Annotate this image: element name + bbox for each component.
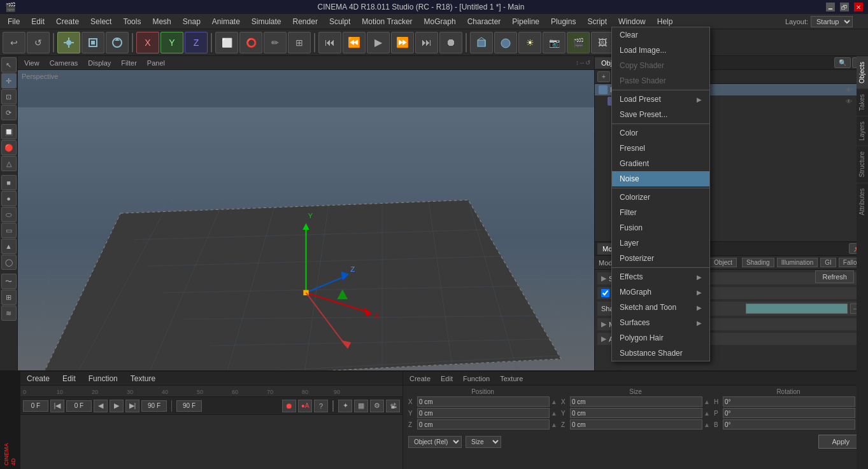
- left-mograph-btn[interactable]: ⊞: [1, 290, 17, 305]
- view-menu[interactable]: View: [22, 58, 42, 68]
- move-tool-button[interactable]: [57, 32, 80, 53]
- left-sphere-btn[interactable]: ●: [1, 191, 17, 206]
- left-cube-btn[interactable]: ■: [1, 175, 17, 190]
- menu-plugins[interactable]: Plugins: [546, 16, 581, 27]
- ctx-substance-shader[interactable]: Substance Shader: [612, 346, 709, 361]
- rot-h-input[interactable]: [723, 396, 855, 407]
- camera-button[interactable]: 📷: [543, 32, 566, 53]
- left-select-btn[interactable]: ↖: [1, 57, 17, 73]
- menu-create[interactable]: Create: [51, 16, 84, 27]
- menu-animate[interactable]: Animate: [207, 16, 245, 27]
- ctx-posterizer[interactable]: Posterizer: [612, 251, 709, 266]
- rotate-tool-button[interactable]: [106, 32, 129, 53]
- objects-new-btn[interactable]: +: [597, 71, 610, 82]
- left-cone-btn[interactable]: ▲: [1, 239, 17, 254]
- attr-gi-btn[interactable]: GI: [820, 258, 836, 267]
- menu-pipeline[interactable]: Pipeline: [507, 16, 544, 27]
- size-y-up-icon[interactable]: ▲: [704, 410, 710, 417]
- frame-end-input[interactable]: [141, 400, 167, 412]
- step-back-button[interactable]: ⏪: [343, 32, 366, 53]
- scale-tool-button[interactable]: [82, 32, 104, 53]
- ctx-noise[interactable]: Noise: [612, 171, 709, 186]
- obj-search-btn[interactable]: 🔍: [834, 57, 851, 68]
- left-cylinder-btn[interactable]: ⬭: [1, 207, 17, 222]
- left-scale-btn[interactable]: ⊡: [1, 89, 17, 104]
- tf-menu-texture[interactable]: Texture: [497, 374, 525, 384]
- coord-system-select[interactable]: Object (Rel) World: [408, 436, 462, 448]
- vert-tab-objects[interactable]: Objects: [857, 56, 868, 88]
- restore-button[interactable]: 🗗: [840, 3, 849, 11]
- vert-tab-layers[interactable]: Layers: [857, 116, 868, 146]
- frame-current-input[interactable]: [66, 400, 92, 412]
- menu-script[interactable]: Script: [582, 16, 612, 27]
- tl-menu-edit[interactable]: Edit: [59, 373, 80, 384]
- light-button[interactable]: ☀: [518, 32, 541, 53]
- select-rect-button[interactable]: ⬜: [215, 32, 238, 53]
- ctx-load-image[interactable]: Load Image...: [612, 43, 709, 58]
- ctx-filter[interactable]: Filter: [612, 205, 709, 220]
- play-end-button[interactable]: ⏭: [415, 32, 438, 53]
- fps-btn[interactable]: 📽: [386, 400, 400, 412]
- tl-menu-create[interactable]: Create: [23, 373, 53, 384]
- ctx-save-preset[interactable]: Save Preset...: [612, 107, 709, 122]
- left-torus-btn[interactable]: ◯: [1, 255, 17, 270]
- play-back-button[interactable]: ⏮: [318, 32, 341, 53]
- tl-menu-texture[interactable]: Texture: [127, 373, 159, 384]
- left-move-btn[interactable]: ✛: [1, 73, 17, 88]
- extrude-button[interactable]: ⊞: [288, 32, 311, 53]
- ctx-gradient[interactable]: Gradient: [612, 156, 709, 171]
- left-rotate-btn[interactable]: ⟳: [1, 105, 17, 120]
- ctx-color[interactable]: Color: [612, 125, 709, 141]
- ctx-mograph[interactable]: MoGraph ▶: [612, 284, 709, 300]
- undo-button[interactable]: ↩: [3, 32, 25, 53]
- play-fwd-tl-btn[interactable]: ▶: [110, 400, 124, 412]
- left-deform-btn[interactable]: 〜: [1, 274, 17, 289]
- key-add-btn[interactable]: ✦: [338, 400, 352, 412]
- x-axis-button[interactable]: X: [136, 32, 159, 53]
- space-select[interactable]: Size Scale: [466, 436, 501, 448]
- left-anim-btn[interactable]: 🔴: [1, 140, 17, 155]
- vert-tab-attributes[interactable]: Attributes: [857, 183, 868, 220]
- render-view-button[interactable]: 🖼: [591, 32, 614, 53]
- filter-menu[interactable]: Filter: [118, 58, 139, 68]
- layout-select[interactable]: Startup: [811, 16, 853, 27]
- menu-tools[interactable]: Tools: [118, 16, 146, 27]
- size-y-input[interactable]: [570, 408, 702, 418]
- menu-window[interactable]: Window: [613, 16, 651, 27]
- ctx-fresnel[interactable]: Fresnel: [612, 141, 709, 156]
- pos-x-input[interactable]: [417, 396, 550, 407]
- attr-object-btn[interactable]: Object: [709, 258, 737, 267]
- menu-mesh[interactable]: Mesh: [147, 16, 176, 27]
- menu-help[interactable]: Help: [652, 16, 678, 27]
- record-btn[interactable]: ⏺: [282, 400, 296, 412]
- ctx-sketch-toon[interactable]: Sketch and Toon ▶: [612, 300, 709, 315]
- key-nav-btn[interactable]: ▦: [354, 400, 368, 412]
- y-axis-button[interactable]: Y: [160, 32, 183, 53]
- menu-edit[interactable]: Edit: [26, 16, 50, 27]
- ctx-load-preset[interactable]: Load Preset ▶: [612, 92, 709, 107]
- pos-z-up-icon[interactable]: ▲: [551, 421, 557, 428]
- attr-illum-btn[interactable]: Illumination: [777, 258, 818, 267]
- display-menu[interactable]: Display: [85, 58, 113, 68]
- left-model-btn[interactable]: 🔲: [1, 124, 17, 139]
- ctx-polygon-hair[interactable]: Polygon Hair: [612, 330, 709, 346]
- select-free-button[interactable]: ✏: [264, 32, 287, 53]
- menu-render[interactable]: Render: [288, 16, 323, 27]
- render-button[interactable]: 🎬: [567, 32, 590, 53]
- pos-y-input[interactable]: [417, 408, 550, 418]
- attr-shading-btn[interactable]: Shading: [742, 258, 774, 267]
- tl-menu-function[interactable]: Function: [85, 373, 122, 384]
- pos-z-input[interactable]: [417, 419, 550, 430]
- pos-y-up-icon[interactable]: ▲: [551, 410, 557, 417]
- left-effector-btn[interactable]: ≋: [1, 305, 17, 321]
- close-button[interactable]: ✕: [854, 3, 863, 11]
- frame-back-btn[interactable]: |◀: [50, 400, 64, 412]
- tf-menu-create[interactable]: Create: [407, 374, 433, 384]
- menu-snap[interactable]: Snap: [178, 16, 206, 27]
- ctx-surfaces[interactable]: Surfaces ▶: [612, 315, 709, 330]
- minimize-button[interactable]: 🗕: [826, 3, 835, 11]
- sphere-button[interactable]: [494, 32, 517, 53]
- ctx-fusion[interactable]: Fusion: [612, 220, 709, 235]
- tf-menu-edit[interactable]: Edit: [438, 374, 455, 384]
- menu-sculpt[interactable]: Sculpt: [324, 16, 355, 27]
